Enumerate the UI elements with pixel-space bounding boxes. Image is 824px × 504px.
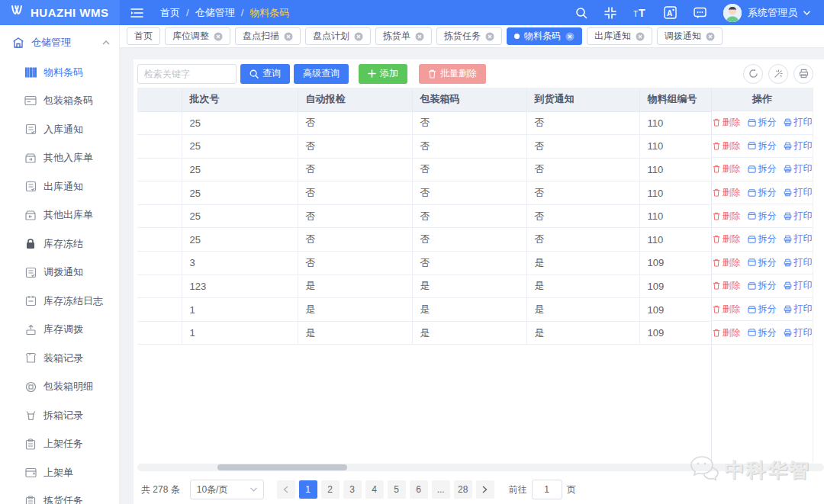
print-link[interactable]: 打印	[784, 326, 813, 339]
print-button[interactable]	[793, 64, 813, 84]
font-size-icon[interactable]: T T	[633, 7, 647, 19]
delete-link[interactable]: 删除	[713, 256, 741, 269]
close-icon[interactable]	[415, 32, 424, 41]
print-link[interactable]: 打印	[784, 256, 813, 269]
split-link[interactable]: 拆分	[748, 140, 777, 152]
user-menu[interactable]: 系统管理员	[723, 4, 810, 22]
print-link[interactable]: 打印	[784, 279, 813, 292]
print-link[interactable]: 打印	[784, 140, 813, 152]
sidebar-item-transfer-notice[interactable]: 调拨通知	[0, 258, 119, 287]
print-link[interactable]: 打印	[784, 210, 813, 223]
search-input[interactable]	[137, 64, 237, 84]
close-icon[interactable]	[565, 32, 575, 41]
page-ellipsis[interactable]: ...	[432, 480, 450, 499]
message-icon[interactable]	[694, 7, 707, 19]
sidebar-item-stock-freeze[interactable]: 库存冻结	[0, 230, 119, 258]
sidebar-item-unpacking-record[interactable]: 拆箱记录	[0, 401, 119, 430]
close-icon[interactable]	[354, 32, 363, 41]
sidebar-item-outbound-notice[interactable]: 出库通知	[0, 172, 119, 201]
horizontal-scrollbar-thumb[interactable]	[217, 464, 347, 470]
page-button-28[interactable]: 28	[454, 480, 472, 499]
sidebar-item-packing-record[interactable]: 装箱记录	[0, 344, 119, 373]
delete-link[interactable]: 删除	[713, 326, 741, 339]
delete-link[interactable]: 删除	[713, 116, 741, 129]
prev-page-button[interactable]	[277, 480, 295, 499]
table-row: 123 是 是 是 109	[137, 274, 711, 298]
sidebar-item-other-inbound[interactable]: 其他入库单	[0, 144, 119, 173]
page-button-3[interactable]: 3	[343, 480, 362, 499]
split-link[interactable]: 拆分	[748, 186, 777, 199]
translate-icon[interactable]: A	[664, 6, 677, 19]
delete-link[interactable]: 删除	[713, 279, 741, 292]
refresh-button[interactable]	[743, 64, 763, 84]
tab-home[interactable]: 首页	[127, 27, 160, 45]
split-link[interactable]: 拆分	[748, 162, 777, 175]
print-link[interactable]: 打印	[784, 233, 813, 246]
exit-fullscreen-icon[interactable]	[604, 7, 616, 19]
page-button-5[interactable]: 5	[388, 480, 406, 499]
split-link[interactable]: 拆分	[748, 210, 777, 223]
advanced-search-button[interactable]: 高级查询	[294, 64, 349, 84]
goto-page-input[interactable]	[532, 480, 562, 499]
tab-picking-list[interactable]: 拣货单	[375, 27, 432, 45]
search-button[interactable]: 查询	[240, 64, 290, 84]
cell-batch-no: 3	[182, 252, 298, 275]
sidebar-group-warehouse[interactable]: 仓储管理	[0, 27, 119, 58]
close-icon[interactable]	[485, 32, 494, 41]
split-link[interactable]: 拆分	[748, 233, 777, 246]
sidebar-item-shelving-order[interactable]: 上架单	[0, 458, 119, 487]
magic-wand-button[interactable]	[768, 64, 788, 84]
add-button[interactable]: 添加	[359, 64, 407, 84]
sidebar-item-picking-task[interactable]: 拣货任务	[0, 487, 119, 504]
tab-location-adjust[interactable]: 库位调整	[165, 27, 230, 45]
search-icon[interactable]	[575, 7, 587, 19]
delete-link[interactable]: 删除	[713, 186, 741, 199]
split-link[interactable]: 拆分	[748, 303, 777, 316]
delete-link[interactable]: 删除	[713, 140, 741, 152]
next-page-button[interactable]	[476, 480, 494, 499]
close-icon[interactable]	[284, 32, 293, 41]
split-link[interactable]: 拆分	[748, 279, 777, 292]
sidebar-item-box-barcode[interactable]: 包装箱条码	[0, 87, 119, 116]
delete-link[interactable]: 删除	[713, 210, 741, 223]
split-link[interactable]: 拆分	[748, 256, 777, 269]
row-operations: 删除 拆分 打印	[712, 135, 813, 159]
sidebar-item-stock-transfer[interactable]: 库存调拨	[0, 316, 119, 345]
page-button-6[interactable]: 6	[410, 480, 428, 499]
batch-delete-button[interactable]: 批量删除	[419, 64, 486, 84]
sidebar-item-material-barcode[interactable]: 物料条码	[0, 58, 119, 87]
split-link[interactable]: 拆分	[748, 116, 777, 129]
page-size-select[interactable]: 10条/页	[190, 480, 264, 499]
page-button-4[interactable]: 4	[365, 480, 384, 499]
breadcrumb-warehouse[interactable]: 仓储管理	[195, 6, 235, 20]
sidebar-collapse-icon[interactable]	[130, 8, 143, 18]
tab-stocktake-plan[interactable]: 盘点计划	[305, 27, 371, 45]
delete-link[interactable]: 删除	[713, 303, 741, 316]
sidebar-item-shelving-task[interactable]: 上架任务	[0, 430, 119, 459]
close-icon[interactable]	[706, 32, 715, 41]
sidebar-item-freeze-log[interactable]: 库存冻结日志	[0, 287, 119, 316]
print-link[interactable]: 打印	[784, 186, 813, 199]
print-link[interactable]: 打印	[784, 116, 813, 129]
delete-link[interactable]: 删除	[713, 162, 741, 175]
print-link[interactable]: 打印	[784, 303, 813, 316]
delete-link[interactable]: 删除	[713, 233, 741, 246]
page-button-2[interactable]: 2	[321, 480, 340, 499]
close-icon[interactable]	[214, 32, 223, 41]
tab-stocktake-scan[interactable]: 盘点扫描	[235, 27, 301, 45]
tab-picking-task[interactable]: 拣货任务	[436, 27, 502, 45]
cell-box-code: 否	[412, 204, 526, 228]
tab-transfer-notice[interactable]: 调拨通知	[657, 27, 723, 45]
close-icon[interactable]	[636, 32, 645, 41]
print-link[interactable]: 打印	[784, 162, 813, 175]
sidebar-item-inbound-notice[interactable]: 入库通知	[0, 115, 119, 144]
tab-outbound-notice[interactable]: 出库通知	[587, 27, 652, 45]
split-link[interactable]: 拆分	[748, 326, 777, 339]
tab-material-barcode[interactable]: 物料条码	[507, 27, 582, 45]
barcode-icon	[24, 67, 37, 78]
cell-box-code: 是	[412, 274, 526, 298]
breadcrumb-home[interactable]: 首页	[160, 6, 180, 20]
page-button-1[interactable]: 1	[299, 480, 317, 499]
sidebar-item-box-detail[interactable]: 包装箱明细	[0, 373, 119, 402]
sidebar-item-other-outbound[interactable]: 其他出库单	[0, 201, 119, 230]
